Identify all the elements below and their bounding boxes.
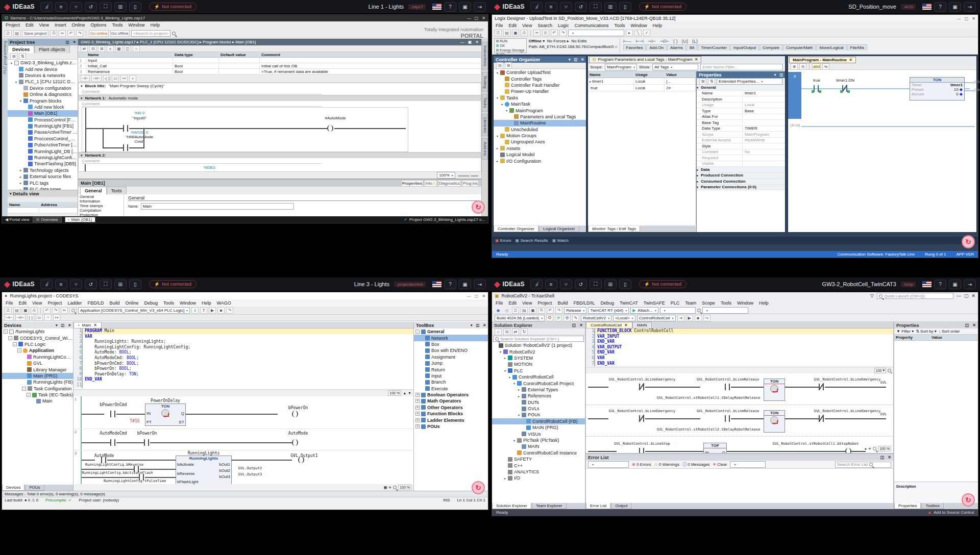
dropdown-icon[interactable]: ▾	[774, 73, 776, 77]
tree-item[interactable]: RunningLights (FB)	[2, 379, 73, 385]
list-icon[interactable]: ≡	[545, 2, 557, 12]
toolbox-item[interactable]: +POUs	[414, 423, 488, 430]
application-select[interactable]: Application [CODESYS_Control_Win_V3_x64 …	[78, 307, 190, 314]
tree-item[interactable]: ▸PLC tags	[8, 180, 78, 186]
categorize-icon[interactable]: ⊞	[699, 78, 706, 85]
ld-toolbar-icon[interactable]: ⊣/⊢	[15, 314, 26, 321]
exit-icon[interactable]: ⇥	[964, 280, 976, 289]
history-icon[interactable]: ↺	[575, 280, 587, 289]
pin-icon[interactable]: ◫	[965, 323, 969, 327]
tree-item[interactable]: GVL	[2, 360, 73, 366]
editor-toolbar-icon[interactable]: ◫	[124, 45, 131, 52]
stop-icon[interactable]: ■	[695, 315, 702, 321]
interface-row[interactable]: 3RemanenceBool=True, if remanent data ar…	[78, 69, 481, 74]
tree-item[interactable]: Logical Model	[494, 152, 586, 158]
tree-item[interactable]: ▸I/O	[492, 475, 585, 481]
dropdown-icon[interactable]: ▾	[56, 323, 58, 327]
tree-item[interactable]: SAFETY	[492, 456, 585, 462]
coil-icon[interactable]: ( )	[673, 39, 678, 44]
tree-item[interactable]: -Task Configuration	[2, 386, 73, 392]
subtab-texts[interactable]: Texts	[107, 187, 127, 194]
zoom-slider[interactable]: ▬▬▬○▬▬	[458, 173, 478, 177]
menu-item[interactable]: Logic	[558, 23, 569, 28]
empty-box-icon[interactable]: ▭	[112, 75, 119, 82]
back-icon[interactable]: ◉	[495, 307, 502, 314]
grid-icon[interactable]: ⊞	[114, 2, 127, 12]
tree-item[interactable]: ▸I/O Configuration	[494, 158, 586, 164]
props-nav-item[interactable]: Compilation	[78, 208, 124, 213]
speaker-muted-icon[interactable]: ♪̸	[530, 280, 543, 289]
tree-item[interactable]: ▾Motion Groups	[494, 133, 586, 139]
maximize-button[interactable]: ▢	[965, 16, 969, 21]
sort-order-button[interactable]: ↓ Sort order	[939, 329, 960, 334]
ld-toolbar-icon[interactable]: ( )	[27, 314, 34, 321]
menu-item[interactable]: Project	[537, 300, 552, 306]
contact-name[interactable]: true	[813, 78, 820, 83]
props-nav-item[interactable]: Information	[78, 199, 124, 204]
print-icon[interactable]: ⎙	[521, 30, 528, 36]
open-icon[interactable]: ▤	[503, 30, 510, 36]
contact-name[interactable]: GVL_RobotControl.bLineEmergency	[814, 409, 881, 413]
sitemap-icon[interactable]: ⑂	[70, 2, 82, 12]
tree-item[interactable]: Parameters and Local Tags	[494, 114, 586, 120]
property-row[interactable]: ScopeMainProgram	[697, 132, 785, 138]
tree-item[interactable]: ▾MainProgram	[494, 107, 586, 113]
menu-item[interactable]: Edit	[19, 300, 27, 306]
dropdown-icon[interactable]: ▾	[471, 323, 473, 327]
toolbox-item[interactable]: +Function Blocks	[414, 411, 488, 417]
ideaas-overlay-button[interactable]: ↻	[472, 481, 485, 494]
tablet-icon[interactable]: ▯	[129, 2, 141, 12]
network-1-comment[interactable]: Comment	[79, 101, 481, 107]
tab-watch[interactable]: ▣ Watch	[552, 238, 569, 243]
solution-search-input[interactable]: Search Solution Explorer (Ctrl+;)	[493, 336, 584, 342]
tree-item[interactable]: -RunningLights	[2, 329, 73, 335]
comm-path[interactable]: Path: AB_ETH-1\192.168.50.76\CompactBus\…	[529, 44, 614, 49]
block-comment[interactable]: Comment	[79, 89, 481, 95]
config-mode-icon[interactable]: ⚙	[564, 315, 571, 321]
tree-item[interactable]: DUTs	[492, 399, 585, 406]
menu-item[interactable]: PLC	[671, 300, 680, 306]
tree-item[interactable]: ▾MainTask	[494, 101, 586, 107]
menu-item[interactable]: Search	[537, 23, 552, 28]
open-icon[interactable]: ▤	[13, 30, 20, 37]
menu-item[interactable]: Tools	[721, 300, 731, 306]
editor-toolbar-icon[interactable]: ⇄	[81, 45, 88, 52]
pt-source[interactable]: GVL_RobotControl.stRobotCell1.tDelayRobo…	[657, 396, 760, 400]
toolbox-item[interactable]: +Boolean Operators	[414, 392, 488, 398]
instruction-tab[interactable]: Compare	[760, 44, 782, 51]
name-input[interactable]: Main	[141, 203, 294, 210]
fullscreen-icon[interactable]: ⛶	[100, 280, 112, 289]
tree-item[interactable]: C++	[492, 462, 585, 468]
new-icon[interactable]: 🗋	[495, 30, 502, 36]
property-row[interactable]: TypeBase	[697, 108, 785, 114]
sort-by-button[interactable]: ⇅ Sort by ▾	[916, 329, 937, 334]
ladder-zoom[interactable]: 100 %	[398, 485, 411, 490]
pan-icon[interactable]: ✛	[388, 486, 391, 490]
network-1-header[interactable]: ▾Network 1:Automatic mode	[79, 95, 481, 101]
instruction-tab[interactable]: Move/Logical	[816, 44, 846, 51]
tablet-icon[interactable]: ▯	[129, 280, 141, 289]
minimize-button[interactable]: —	[957, 293, 961, 298]
toolbox-item[interactable]: +Math Operators	[414, 398, 488, 404]
tree-item[interactable]: ▾Controller UploadTest	[494, 69, 586, 75]
tree-item[interactable]: RunningLightConfig (STRUCT)	[2, 354, 73, 360]
empty-combo[interactable]: ▾	[660, 307, 696, 314]
tree-item[interactable]: PauseActiveTimer [DB2]	[8, 129, 78, 135]
tree-item[interactable]: ▾Program blocks	[8, 97, 78, 104]
maximize-pane-icon[interactable]: ▣	[468, 40, 472, 44]
speaker-muted-icon[interactable]: ♪̸	[40, 280, 53, 289]
tree-item[interactable]: VISUs	[492, 431, 585, 437]
menu-item[interactable]: Online	[125, 300, 138, 306]
fullscreen-icon[interactable]: ⛶	[590, 2, 602, 12]
tab-testing[interactable]: Testing	[482, 72, 488, 92]
tree-item[interactable]: ANALYTICS	[492, 469, 585, 475]
new-icon[interactable]: 🗋	[5, 307, 12, 314]
close-pane-icon[interactable]: ✕	[475, 40, 479, 44]
instruction-tab[interactable]: Add-On	[646, 44, 667, 51]
menu-item[interactable]: Debug	[144, 300, 158, 306]
select-tool-icon[interactable]: ▸	[865, 447, 867, 451]
ld-toolbar-icon[interactable]: ⑂	[44, 314, 52, 321]
tree-item[interactable]: ▾PLC_1 [CPU 1211C DC/DC/DC]	[8, 79, 78, 85]
property-row[interactable]: UsageLocal	[697, 103, 785, 109]
latch-icon[interactable]: (L)	[692, 39, 698, 44]
